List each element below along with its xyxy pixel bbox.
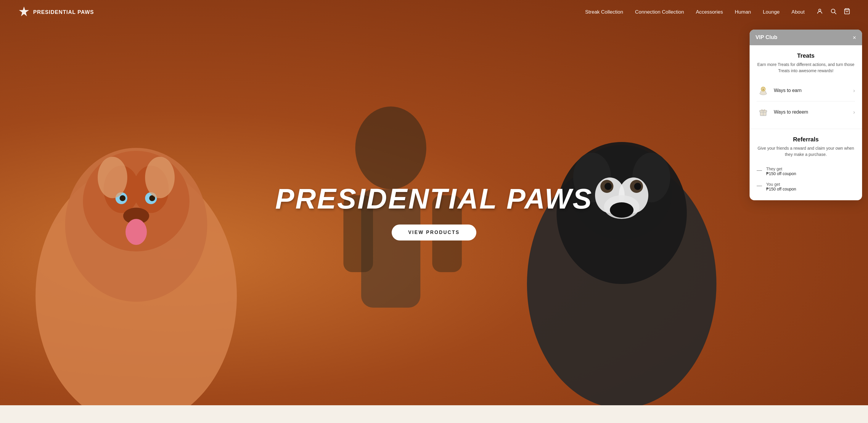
referrals-section: Referrals Give your friends a reward and… bbox=[750, 129, 862, 200]
hero-title: PRESIDENTIAL PAWS bbox=[275, 183, 593, 215]
footer-strip bbox=[0, 405, 868, 423]
svg-point-30 bbox=[604, 183, 612, 190]
nav-about[interactable]: About bbox=[792, 9, 805, 15]
vip-close-button[interactable]: × bbox=[852, 35, 856, 40]
svg-point-17 bbox=[98, 157, 127, 198]
account-icon[interactable] bbox=[816, 8, 823, 16]
svg-point-18 bbox=[145, 157, 175, 198]
nav-lounge[interactable]: Lounge bbox=[763, 9, 780, 15]
svg-point-27 bbox=[610, 202, 633, 218]
they-get-value: ₱150 off coupon bbox=[766, 171, 796, 176]
nav-streak-collection[interactable]: Streak Collection bbox=[585, 9, 623, 15]
logo-icon bbox=[18, 6, 30, 18]
svg-point-12 bbox=[126, 219, 147, 245]
svg-point-15 bbox=[120, 195, 126, 201]
vip-club-panel: VIP Club × Treats Earn more Treats for d… bbox=[750, 30, 862, 200]
search-icon[interactable] bbox=[830, 8, 837, 16]
treats-description: Earn more Treats for different actions, … bbox=[757, 62, 855, 74]
svg-point-32 bbox=[355, 106, 426, 189]
svg-point-2 bbox=[818, 9, 820, 11]
vip-header: VIP Club × bbox=[750, 30, 862, 45]
they-get-label: They get bbox=[766, 166, 796, 171]
nav-icons bbox=[816, 8, 850, 16]
you-get-dash: — bbox=[757, 183, 762, 189]
navbar: PRESIDENTIAL PAWS Streak Collection Conn… bbox=[0, 0, 868, 24]
ways-to-earn-chevron: › bbox=[853, 88, 855, 94]
vip-panel-title: VIP Club bbox=[755, 34, 777, 40]
vip-panel-body: Treats Earn more Treats for different ac… bbox=[750, 45, 862, 200]
ways-to-redeem-label: Ways to redeem bbox=[774, 109, 853, 115]
brand-name: PRESIDENTIAL PAWS bbox=[33, 9, 94, 15]
you-get-row: — You get ₱150 off coupon bbox=[757, 179, 855, 194]
you-get-value: ₱150 off coupon bbox=[766, 187, 796, 191]
hero-section: PRESIDENTIAL PAWS VIEW PRODUCTS bbox=[0, 0, 868, 423]
ways-to-redeem-icon bbox=[757, 106, 770, 119]
svg-text:$: $ bbox=[763, 88, 764, 91]
treats-title: Treats bbox=[757, 52, 855, 59]
ways-to-earn-row[interactable]: $ Ways to earn › bbox=[757, 80, 855, 101]
ways-to-earn-icon: $ bbox=[757, 84, 770, 97]
ways-to-redeem-chevron: › bbox=[853, 109, 855, 116]
they-get-dash: — bbox=[757, 167, 762, 173]
nav-accessories[interactable]: Accessories bbox=[696, 9, 723, 15]
ways-to-earn-label: Ways to earn bbox=[774, 88, 853, 93]
you-get-label: You get bbox=[766, 182, 796, 187]
svg-point-31 bbox=[634, 183, 641, 190]
nav-human[interactable]: Human bbox=[735, 9, 751, 15]
referrals-title: Referrals bbox=[757, 136, 855, 143]
you-get-info: You get ₱150 off coupon bbox=[766, 182, 796, 191]
view-products-button[interactable]: VIEW PRODUCTS bbox=[392, 225, 476, 240]
they-get-row: — They get ₱150 off coupon bbox=[757, 164, 855, 179]
they-get-info: They get ₱150 off coupon bbox=[766, 166, 796, 176]
nav-connection-collection[interactable]: Connection Collection bbox=[635, 9, 684, 15]
treats-section: Treats Earn more Treats for different ac… bbox=[750, 45, 862, 129]
svg-marker-0 bbox=[19, 6, 29, 16]
logo[interactable]: PRESIDENTIAL PAWS bbox=[18, 6, 94, 18]
svg-line-4 bbox=[835, 12, 836, 14]
nav-links: Streak Collection Connection Collection … bbox=[585, 9, 805, 15]
hero-content: PRESIDENTIAL PAWS VIEW PRODUCTS bbox=[275, 183, 593, 240]
referrals-description: Give your friends a reward and claim you… bbox=[757, 145, 855, 158]
ways-to-redeem-row[interactable]: Ways to redeem › bbox=[757, 101, 855, 123]
cart-icon[interactable] bbox=[844, 8, 850, 16]
